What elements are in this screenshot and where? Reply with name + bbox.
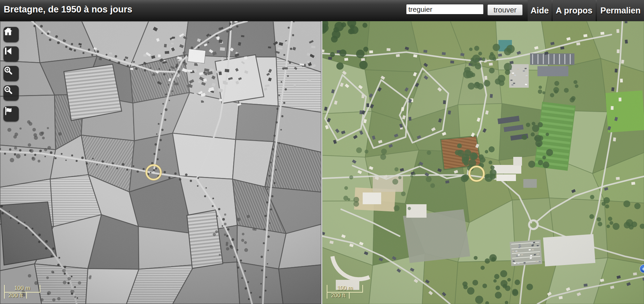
- flag-icon: [3, 106, 13, 116]
- scale-bar: 100 m 200 ft: [4, 284, 48, 299]
- header: Bretagne, de 1950 à nos jours trouver Ai…: [0, 0, 644, 21]
- location-marker-ring: [146, 164, 162, 180]
- map-compare-container: 100 m 200 ft: [0, 21, 644, 304]
- skip-back-icon: [3, 46, 13, 56]
- find-button[interactable]: trouver: [487, 4, 523, 15]
- panel-divider: [321, 21, 322, 304]
- scale-metric-label: 100 m: [4, 285, 40, 292]
- scale-bar: 100 m 200 ft: [327, 284, 370, 299]
- home-icon: [3, 27, 13, 36]
- photo-vignette-overlay: [0, 21, 321, 304]
- scale-bar-imperial-tick: [349, 293, 350, 299]
- scale-imperial-label: 200 ft: [327, 292, 349, 299]
- search-input[interactable]: [406, 4, 484, 14]
- photo-vignette-overlay: [322, 21, 644, 304]
- zoom-in-button[interactable]: [3, 66, 19, 81]
- menu-item-apropos[interactable]: A propos: [553, 0, 596, 21]
- zoom-in-icon: [3, 66, 13, 75]
- flag-button[interactable]: [3, 106, 19, 122]
- map-panel-1950[interactable]: 100 m 200 ft: [0, 21, 321, 304]
- aerial-photo-today[interactable]: [322, 21, 644, 304]
- location-marker-ring: [469, 166, 485, 182]
- menu-item-aide[interactable]: Aide: [528, 0, 552, 21]
- map-panel-today[interactable]: 100 m 200 ft +: [322, 21, 644, 304]
- home-button[interactable]: [3, 27, 19, 42]
- aerial-photo-1950[interactable]: [0, 21, 321, 304]
- zoom-out-icon: [3, 85, 13, 95]
- previous-view-button[interactable]: [3, 46, 19, 62]
- scale-bar-imperial-tick: [26, 293, 27, 299]
- scale-imperial-label: 200 ft: [5, 292, 26, 299]
- menu-item-permalien[interactable]: Permalien: [597, 0, 644, 21]
- page-title: Bretagne, de 1950 à nos jours: [4, 4, 132, 14]
- zoom-out-button[interactable]: [3, 85, 19, 101]
- scale-metric-label: 100 m: [327, 285, 363, 292]
